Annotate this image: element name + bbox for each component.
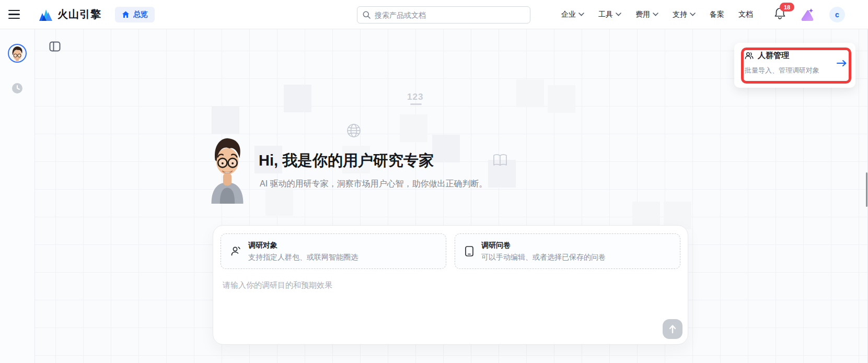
- nav-label: 文档: [738, 10, 753, 19]
- option-title: 调研对象: [248, 241, 358, 250]
- globe-icon: [346, 123, 361, 138]
- composer-options: 调研对象 支持指定人群包、或联网智能圈选 调研问卷 可以手动编辑、或者选择已保存…: [221, 233, 680, 269]
- people-group-icon: [745, 52, 754, 60]
- grid-cell-decoration: [212, 107, 239, 134]
- history-button[interactable]: [11, 83, 23, 94]
- menu-icon[interactable]: [8, 8, 22, 21]
- main-canvas: 123 Hi, 我是你的用户研究专家 AI 驱动的用研专家，洞察市场用户心智，助…: [35, 29, 868, 363]
- left-rail: [0, 29, 35, 363]
- global-search[interactable]: [357, 6, 530, 24]
- grid-cell-decoration: [284, 85, 311, 112]
- nav-menu-support[interactable]: 支持: [673, 10, 696, 19]
- grid-cell-decoration: [432, 135, 460, 162]
- arrow-up-icon: [668, 324, 677, 334]
- audience-management-card[interactable]: 人群管理 批量导入、管理调研对象: [734, 43, 855, 88]
- home-icon: [122, 11, 130, 18]
- navbar-menus: 企业 工具 费用 支持 备案 文档 18: [561, 7, 845, 22]
- page-title: Hi, 我是你的用户研究专家: [259, 150, 434, 171]
- notifications-button[interactable]: 18: [774, 7, 785, 21]
- page-subtitle: AI 驱动的用研专家，洞察市场用户心智，助你做出正确判断。: [260, 179, 488, 190]
- chevron-down-icon: [690, 13, 696, 16]
- questionnaire-icon: [464, 245, 474, 257]
- nav-label: 支持: [673, 10, 687, 19]
- card-title: 人群管理: [758, 51, 789, 61]
- notification-count-badge: 18: [780, 3, 794, 11]
- grid-cell-decoration: [265, 188, 293, 216]
- search-input[interactable]: [375, 11, 525, 19]
- overview-label: 总览: [133, 10, 148, 19]
- research-composer-card: 调研对象 支持指定人群包、或联网智能圈选 调研问卷 可以手动编辑、或者选择已保存…: [213, 225, 688, 345]
- scrollbar-thumb[interactable]: [866, 172, 867, 207]
- card-subtitle: 批量导入、管理调研对象: [745, 66, 855, 75]
- chevron-down-icon: [578, 13, 584, 16]
- numbers-decoration: 123: [407, 92, 423, 105]
- nav-menu-icp[interactable]: 备案: [710, 10, 724, 19]
- nav-label: 费用: [635, 10, 650, 19]
- grid-cell-decoration: [548, 85, 575, 113]
- overview-tab[interactable]: 总览: [115, 7, 155, 22]
- nav-menu-tools[interactable]: 工具: [598, 10, 621, 19]
- agent-avatar-thumbnail[interactable]: [8, 44, 27, 63]
- book-icon: [493, 154, 507, 167]
- expert-avatar-image: [207, 137, 248, 204]
- research-goal-input[interactable]: [221, 276, 680, 323]
- top-navbar: 火山引擎 总览 企业 工具 费用 支持 备案: [0, 0, 868, 29]
- sidebar-toggle-button[interactable]: [48, 41, 62, 53]
- grid-cell-decoration: [516, 79, 544, 107]
- grid-cell-decoration: [400, 114, 427, 142]
- nav-menu-docs[interactable]: 文档: [738, 10, 753, 19]
- panel-layout-icon: [49, 41, 61, 52]
- nav-menu-billing[interactable]: 费用: [635, 10, 658, 19]
- brand-logo[interactable]: 火山引擎: [38, 7, 101, 21]
- option-title: 调研问卷: [481, 241, 606, 250]
- nav-label: 工具: [598, 10, 613, 19]
- nav-label: 备案: [710, 10, 724, 19]
- option-description: 可以手动编辑、或者选择已保存的问卷: [481, 253, 606, 262]
- nav-menu-enterprise[interactable]: 企业: [561, 10, 584, 19]
- user-select-icon: [230, 245, 241, 257]
- send-button[interactable]: [663, 319, 682, 339]
- search-icon: [363, 11, 371, 19]
- account-avatar[interactable]: c: [829, 7, 845, 22]
- arrow-right-icon: [837, 60, 847, 67]
- chevron-down-icon: [616, 13, 621, 16]
- volcengine-logo-icon: [38, 8, 53, 21]
- survey-questionnaire-option[interactable]: 调研问卷 可以手动编辑、或者选择已保存的问卷: [455, 233, 680, 269]
- option-description: 支持指定人群包、或联网智能圈选: [248, 253, 358, 262]
- nav-label: 企业: [561, 10, 576, 19]
- brand-name: 火山引擎: [57, 7, 101, 21]
- survey-audience-option[interactable]: 调研对象 支持指定人群包、或联网智能圈选: [221, 233, 446, 269]
- ai-assistant-icon[interactable]: [800, 8, 815, 21]
- clock-icon: [11, 83, 23, 94]
- chevron-down-icon: [653, 13, 658, 16]
